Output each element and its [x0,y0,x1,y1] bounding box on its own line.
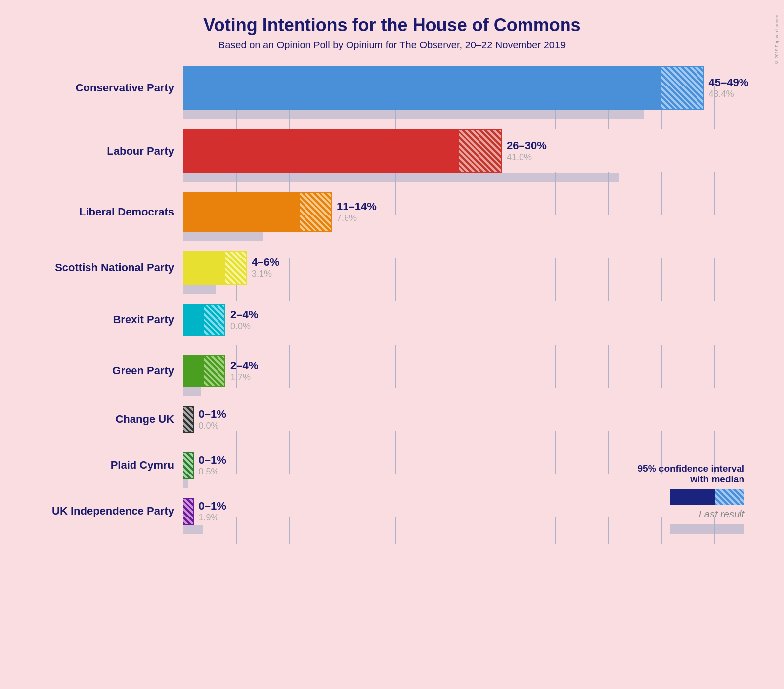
bar-section: 0–1%1.9% [183,498,226,534]
party-row: Green Party2–4%1.7% [30,355,754,396]
range-label: 0–1% [199,408,226,421]
last-result-label: 0.0% [199,421,226,431]
bar-inline-label: 0–1%0.0% [194,406,226,433]
bar-inline-label: 2–4%0.0% [225,304,258,336]
last-result-label: 0.5% [199,467,226,477]
last-result-row [183,173,619,182]
main-bar-row: 2–4%1.7% [183,355,258,387]
range-label: 45–49% [709,76,749,89]
main-bar-row: 26–30%41.0% [183,129,619,173]
party-row: Labour Party26–30%41.0% [30,129,754,182]
last-result-bar [183,110,644,119]
solid-bar [183,129,459,173]
party-label: Brexit Party [30,304,183,326]
bars-area: Conservative Party45–49%43.4%Labour Part… [30,66,754,544]
last-result-label: 3.1% [252,269,279,280]
last-result-row [183,525,226,534]
hatch-bar [661,66,704,110]
party-row: Change UK0–1%0.0% [30,406,754,442]
watermark: © 2019 Filip van Laenen [774,15,779,65]
last-result-row [183,387,258,396]
bar-section: 0–1%0.5% [183,452,226,488]
range-label: 2–4% [230,359,258,372]
last-result-label: 1.7% [230,372,258,383]
bar-inline-label: 45–49%43.4% [704,66,749,110]
main-bar-row: 11–14%7.6% [183,192,377,232]
bar-inline-label: 4–6%3.1% [247,251,279,285]
last-result-label: 43.4% [709,89,749,100]
hatch-bar [183,452,194,479]
party-label: Plaid Cymru [30,452,183,472]
last-result-bar [183,285,216,294]
main-bar-row: 45–49%43.4% [183,66,748,110]
solid-bar [183,355,204,387]
last-result-label: 0.0% [230,321,258,332]
hatch-bar [183,406,194,433]
hatch-bar [204,355,225,387]
party-row: Scottish National Party4–6%3.1% [30,251,754,294]
bar-inline-label: 26–30%41.0% [502,129,547,173]
range-label: 0–1% [199,454,226,467]
solid-bar [183,304,204,336]
last-result-bar [183,479,188,488]
chart-subtitle: Based on an Opinion Poll by Opinium for … [30,40,754,51]
last-result-row [183,336,258,345]
party-label: UK Independence Party [30,498,183,517]
bar-inline-label: 0–1%0.5% [194,452,226,479]
bar-inline-label: 2–4%1.7% [225,355,258,387]
bar-section: 4–6%3.1% [183,251,279,294]
chart-container: © 2019 Filip van Laenen Voting Intention… [0,0,784,563]
main-bar-row: 4–6%3.1% [183,251,279,285]
last-result-label: 1.9% [199,513,226,523]
party-label: Change UK [30,406,183,426]
last-result-label: 41.0% [507,152,547,163]
main-bar-row: 2–4%0.0% [183,304,258,336]
range-label: 26–30% [507,139,547,152]
bar-inline-label: 0–1%1.9% [194,498,226,525]
hatch-bar [183,498,194,525]
main-bar-row: 0–1%0.5% [183,452,226,479]
last-result-label: 7.6% [337,213,377,224]
range-label: 11–14% [337,200,377,213]
bar-section: 26–30%41.0% [183,129,619,182]
bar-section: 11–14%7.6% [183,192,377,241]
solid-bar [183,66,661,110]
last-result-bar [183,387,201,396]
bar-section: 2–4%0.0% [183,304,258,345]
main-bar-row: 0–1%0.0% [183,406,226,433]
main-bar-row: 0–1%1.9% [183,498,226,525]
hatch-bar [225,251,247,285]
party-label: Green Party [30,355,183,377]
party-row: UK Independence Party0–1%1.9% [30,498,754,534]
last-result-row [183,433,226,442]
last-result-row [183,285,279,294]
bar-inline-label: 11–14%7.6% [332,192,377,232]
last-result-bar [183,232,263,241]
party-row: Brexit Party2–4%0.0% [30,304,754,345]
party-row: Liberal Democrats11–14%7.6% [30,192,754,241]
range-label: 0–1% [199,500,226,513]
party-row: Plaid Cymru0–1%0.5% [30,452,754,488]
hatch-bar [204,304,225,336]
bar-section: 45–49%43.4% [183,66,748,119]
hatch-bar [300,192,332,232]
last-result-row [183,232,377,241]
party-label: Scottish National Party [30,251,183,274]
chart-title: Voting Intentions for the House of Commo… [30,15,754,36]
party-label: Labour Party [30,129,183,158]
hatch-bar [459,129,502,173]
party-label: Liberal Democrats [30,192,183,218]
last-result-bar [183,525,203,534]
solid-bar [183,192,300,232]
party-row: Conservative Party45–49%43.4% [30,66,754,119]
bar-section: 0–1%0.0% [183,406,226,442]
range-label: 4–6% [252,256,279,269]
party-label: Conservative Party [30,66,183,94]
last-result-bar [183,173,619,182]
bar-section: 2–4%1.7% [183,355,258,396]
last-result-row [183,110,748,119]
solid-bar [183,251,225,285]
range-label: 2–4% [230,308,258,321]
last-result-row [183,479,226,488]
